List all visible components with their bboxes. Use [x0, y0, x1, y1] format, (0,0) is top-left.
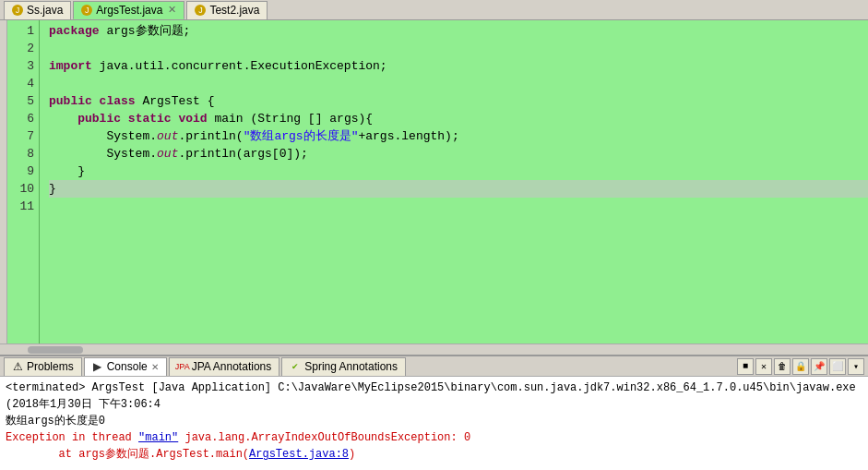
- panel-tabs-container: ⚠ Problems ▶ Console ✕ JPA JPA Annotatio…: [4, 357, 737, 376]
- line-num: 7: [7, 127, 34, 145]
- code-line-6: public static void main (String [] args)…: [49, 110, 868, 127]
- code-editor: 1 2 3 4 5 6 7 8 9 10 11 package args参数问题…: [0, 20, 868, 343]
- line-num: 11: [7, 198, 34, 215]
- console-output[interactable]: <terminated> ArgsTest [Java Application]…: [0, 377, 868, 470]
- tab-label: Test2.java: [209, 4, 259, 17]
- console-line-exception: Exception in thread "main" java.lang.Arr…: [6, 429, 862, 446]
- console-line-output: 数组args的长度是0: [6, 413, 862, 429]
- code-line-3: import java.util.concurrent.ExecutionExc…: [49, 57, 868, 75]
- clear-console-button[interactable]: 🗑: [774, 358, 791, 375]
- view-menu-button[interactable]: ▾: [848, 358, 864, 375]
- stop-button[interactable]: ■: [737, 358, 754, 375]
- tab-label: ArgsTest.java: [96, 4, 162, 17]
- maximize-button[interactable]: ⬜: [829, 358, 846, 375]
- source-link[interactable]: ArgsTest.java:8: [249, 448, 349, 461]
- panel-tab-jpa[interactable]: JPA JPA Annotations: [169, 357, 280, 376]
- remove-launch-button[interactable]: ✕: [755, 358, 772, 375]
- line-num: 3: [7, 57, 34, 75]
- code-line-5: public class ArgsTest {: [49, 92, 868, 110]
- code-line-2: [49, 40, 868, 57]
- panel-toolbar: ■ ✕ 🗑 🔒 📌 ⬜ ▾: [737, 358, 868, 375]
- thread-link[interactable]: "main": [138, 431, 178, 444]
- console-line-terminated: <terminated> ArgsTest [Java Application]…: [6, 380, 862, 413]
- tab-ss-java[interactable]: J Ss.java: [4, 1, 71, 19]
- console-icon: ▶: [92, 361, 103, 372]
- scroll-lock-button[interactable]: 🔒: [792, 358, 809, 375]
- java-file-icon: J: [81, 5, 92, 16]
- java-file-icon: J: [195, 5, 206, 16]
- spring-icon: ✔: [290, 361, 301, 372]
- panel-tab-problems[interactable]: ⚠ Problems: [4, 357, 82, 376]
- left-gutter: [0, 20, 7, 343]
- panel-tab-label: JPA Annotations: [192, 360, 272, 373]
- pin-button[interactable]: 📌: [811, 358, 827, 375]
- code-line-7: System.out.println("数组args的长度是"+args.len…: [49, 127, 868, 145]
- code-line-1: package args参数问题;: [49, 22, 868, 40]
- problems-icon: ⚠: [12, 361, 23, 372]
- panel-tab-label: Spring Annotations: [304, 360, 398, 373]
- tab-test2-java[interactable]: J Test2.java: [186, 1, 268, 19]
- tab-bar: J Ss.java J ArgsTest.java ✕ J Test2.java: [0, 0, 868, 20]
- line-num: 1: [7, 22, 34, 40]
- line-num: 5: [7, 92, 34, 110]
- java-file-icon: J: [12, 5, 23, 16]
- code-line-8: System.out.println(args[0]);: [49, 145, 868, 163]
- panel-tab-spring[interactable]: ✔ Spring Annotations: [281, 357, 406, 376]
- code-line-9: }: [49, 163, 868, 180]
- tab-argstest-java[interactable]: J ArgsTest.java ✕: [73, 1, 184, 19]
- tab-label: Ss.java: [27, 4, 63, 17]
- code-content[interactable]: package args参数问题; import java.util.concu…: [40, 20, 868, 343]
- bottom-panel: ⚠ Problems ▶ Console ✕ JPA JPA Annotatio…: [0, 355, 868, 470]
- panel-tab-label: Console: [107, 360, 148, 373]
- scrollbar-thumb[interactable]: [28, 346, 83, 354]
- line-num: 2: [7, 40, 34, 57]
- console-line-stacktrace: at args参数问题.ArgsTest.main(ArgsTest.java:…: [6, 446, 862, 463]
- panel-tab-bar: ⚠ Problems ▶ Console ✕ JPA JPA Annotatio…: [0, 356, 868, 377]
- line-numbers: 1 2 3 4 5 6 7 8 9 10 11: [7, 20, 40, 343]
- horizontal-scrollbar[interactable]: [0, 343, 868, 355]
- line-num: 9: [7, 163, 34, 180]
- jpa-icon: JPA: [177, 361, 188, 372]
- line-num: 8: [7, 145, 34, 163]
- line-num: 4: [7, 75, 34, 92]
- code-line-4: [49, 75, 868, 92]
- line-num: 6: [7, 110, 34, 127]
- line-num: 10: [7, 180, 34, 198]
- code-line-10: }: [49, 180, 868, 198]
- panel-tab-console[interactable]: ▶ Console ✕: [84, 357, 167, 376]
- code-line-11: [49, 198, 868, 215]
- panel-tab-label: Problems: [27, 360, 74, 373]
- panel-tab-close[interactable]: ✕: [151, 362, 159, 372]
- tab-close-icon[interactable]: ✕: [168, 4, 176, 16]
